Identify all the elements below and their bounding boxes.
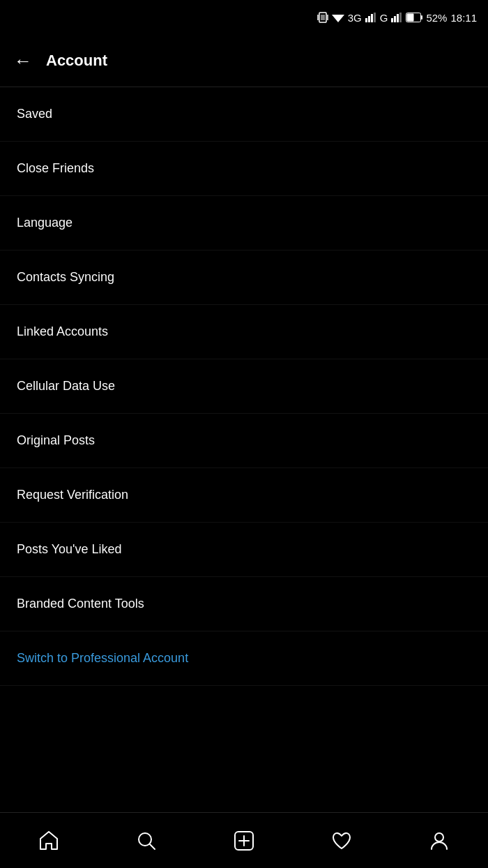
menu-item-label-original-posts: Original Posts [17, 433, 95, 447]
add-icon [234, 830, 254, 851]
home-icon [38, 830, 59, 851]
svg-line-17 [150, 844, 155, 849]
menu-item-posts-youve-liked[interactable]: Posts You've Liked [0, 523, 488, 577]
menu-item-close-friends[interactable]: Close Friends [0, 142, 488, 196]
svg-rect-8 [374, 13, 376, 22]
svg-rect-14 [421, 15, 422, 20]
nav-search[interactable] [125, 820, 167, 862]
network-g: G [380, 12, 388, 24]
menu-item-label-request-verification: Request Verification [17, 488, 128, 502]
status-bar: 3G G [0, 0, 488, 35]
page-title: Account [46, 52, 107, 70]
menu-item-original-posts[interactable]: Original Posts [0, 414, 488, 468]
vibrate-icon [317, 11, 328, 24]
svg-marker-4 [332, 15, 344, 22]
menu-item-label-cellular-data-use: Cellular Data Use [17, 379, 115, 393]
wifi-icon [332, 13, 344, 22]
heart-icon [331, 830, 352, 851]
nav-profile[interactable] [418, 820, 460, 862]
menu-item-language[interactable]: Language [0, 196, 488, 250]
svg-rect-12 [399, 13, 402, 22]
svg-rect-1 [321, 15, 325, 20]
nav-add[interactable] [223, 820, 265, 862]
status-icons: 3G G [317, 11, 477, 24]
menu-item-label-posts-youve-liked: Posts You've Liked [17, 542, 122, 556]
menu-item-label-switch-to-professional: Switch to Professional Account [17, 651, 188, 665]
back-arrow-icon: ← [14, 50, 32, 72]
svg-rect-11 [397, 14, 399, 22]
menu-item-label-contacts-syncing: Contacts Syncing [17, 270, 114, 284]
nav-heart[interactable] [321, 820, 363, 862]
svg-rect-15 [407, 14, 414, 22]
menu-item-contacts-syncing[interactable]: Contacts Syncing [0, 250, 488, 305]
menu-item-branded-content-tools[interactable]: Branded Content Tools [0, 577, 488, 631]
search-icon [136, 830, 157, 851]
nav-home[interactable] [28, 820, 70, 862]
network-3g: 3G [348, 12, 362, 24]
menu-list: Saved Close Friends Language Contacts Sy… [0, 87, 488, 686]
menu-item-label-close-friends: Close Friends [17, 161, 94, 175]
signal-icon [365, 13, 376, 22]
menu-item-label-linked-accounts: Linked Accounts [17, 324, 108, 338]
profile-icon [429, 830, 450, 851]
svg-rect-6 [368, 16, 370, 22]
menu-item-saved[interactable]: Saved [0, 87, 488, 142]
menu-item-request-verification[interactable]: Request Verification [0, 468, 488, 523]
back-button[interactable]: ← [14, 50, 32, 72]
svg-rect-7 [371, 14, 373, 22]
menu-item-label-branded-content-tools: Branded Content Tools [17, 597, 144, 611]
signal-icon-2 [391, 13, 402, 22]
battery-percent: 52% [426, 12, 447, 24]
header: ← Account [0, 35, 488, 87]
svg-point-21 [435, 833, 443, 841]
battery-icon [406, 13, 422, 22]
menu-item-label-saved: Saved [17, 107, 52, 121]
svg-rect-9 [391, 18, 393, 22]
svg-rect-10 [394, 16, 396, 22]
menu-item-switch-to-professional[interactable]: Switch to Professional Account [0, 631, 488, 686]
bottom-navigation [0, 812, 488, 868]
menu-item-label-language: Language [17, 216, 73, 230]
menu-item-linked-accounts[interactable]: Linked Accounts [0, 305, 488, 359]
svg-rect-5 [365, 18, 367, 22]
menu-item-cellular-data-use[interactable]: Cellular Data Use [0, 359, 488, 414]
time-display: 18:11 [450, 12, 477, 24]
